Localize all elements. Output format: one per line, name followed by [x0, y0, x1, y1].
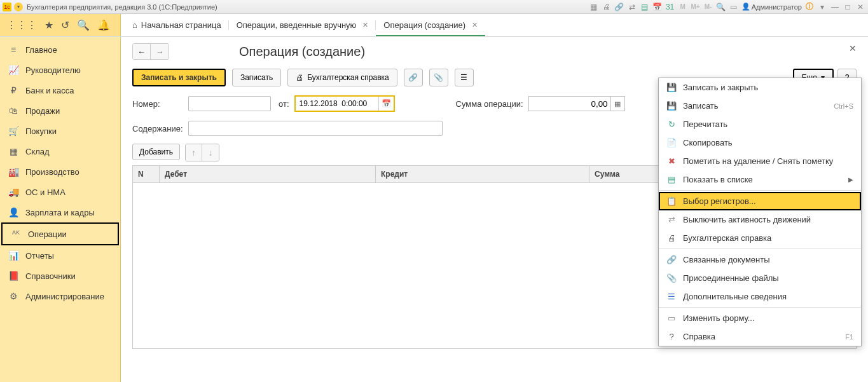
- menu-item-label: Связанные документы: [683, 255, 853, 264]
- close-page-icon[interactable]: ✕: [849, 43, 857, 53]
- sidebar-item-label: Отчеты: [25, 251, 54, 261]
- menu-item[interactable]: 💾Записать и закрыть: [659, 78, 861, 97]
- attach-button[interactable]: 📎: [429, 69, 448, 86]
- info-icon[interactable]: ⓘ: [804, 2, 815, 12]
- sidebar-item-icon: ₽: [8, 85, 19, 95]
- close-window-icon[interactable]: ✕: [855, 2, 865, 12]
- menu-item[interactable]: 💾ЗаписатьCtrl+S: [659, 97, 861, 115]
- submenu-arrow-icon: ▶: [848, 176, 853, 183]
- sidebar-item[interactable]: ₽Банк и касса: [0, 80, 120, 100]
- menu-item[interactable]: ✖Пометить на удаление / Снять пометку: [659, 152, 861, 170]
- menu-separator: [659, 307, 861, 308]
- sidebar-item[interactable]: 👤Зарплата и кадры: [0, 202, 120, 222]
- menu-item-icon: ?: [666, 332, 677, 341]
- sidebar-item-label: Продажи: [25, 106, 60, 116]
- menu-item[interactable]: ⇄Выключить активность движений: [659, 210, 861, 229]
- sidebar-item[interactable]: ▦Склад: [0, 141, 120, 161]
- report-button[interactable]: 🖨 Бухгалтерская справка: [287, 69, 397, 86]
- menu-item-hint: Ctrl+S: [834, 102, 853, 110]
- m-minus-button[interactable]: M-: [703, 2, 713, 12]
- minimize-icon[interactable]: —: [830, 2, 840, 12]
- menu-item-icon: 💾: [666, 83, 677, 92]
- sidebar-item[interactable]: ≡Главное: [0, 39, 120, 60]
- calendar-picker-icon[interactable]: 📅: [378, 97, 394, 111]
- main-toolbar: ⋮⋮⋮ ★ ↺ 🔍 🔔 ⌂Начальная страницаОперации,…: [0, 14, 868, 37]
- menu-item-label: Показать в списке: [683, 175, 842, 184]
- col-n: N: [133, 166, 160, 182]
- sidebar-item[interactable]: ⚙Администрирование: [0, 286, 120, 306]
- dropdown-icon[interactable]: ▾: [14, 3, 23, 11]
- menu-item-label: Пометить на удаление / Снять пометку: [683, 156, 853, 166]
- link-button[interactable]: 🔗: [404, 69, 423, 86]
- menu-item-label: Выбор регистров...: [683, 196, 853, 206]
- number-input[interactable]: [188, 96, 271, 111]
- maximize-icon[interactable]: □: [843, 2, 853, 12]
- menu-item[interactable]: ?СправкаF1: [659, 327, 861, 346]
- sidebar-item-label: Зарплата и кадры: [25, 208, 95, 217]
- search-icon[interactable]: 🔍: [77, 19, 90, 31]
- calendar-icon[interactable]: 📅: [652, 2, 663, 12]
- move-up-icon[interactable]: ↑: [186, 144, 202, 161]
- menu-item-label: Присоединенные файлы: [683, 273, 853, 283]
- save-button[interactable]: Записать: [232, 69, 281, 86]
- m-button[interactable]: M: [678, 2, 688, 12]
- menu-item[interactable]: ↻Перечитать: [659, 115, 861, 133]
- sum-input[interactable]: [528, 96, 611, 111]
- main-content: ← → Операция (создание) ✕ Записать и зак…: [121, 37, 868, 382]
- compare-icon[interactable]: ⇄: [627, 2, 637, 12]
- sidebar-item[interactable]: 🏭Производство: [0, 161, 120, 182]
- sidebar-item[interactable]: 📊Отчеты: [0, 245, 120, 266]
- apps-icon[interactable]: ⋮⋮⋮: [6, 19, 37, 31]
- tab-close-icon[interactable]: ✕: [362, 21, 368, 29]
- calc-button-icon[interactable]: ▦: [611, 96, 625, 111]
- menu-item[interactable]: 📄Скопировать: [659, 133, 861, 152]
- calc-icon[interactable]: ▤: [640, 2, 650, 12]
- add-button[interactable]: Добавить: [132, 144, 180, 160]
- menu-item-icon: 📋: [666, 196, 677, 206]
- menu-item[interactable]: 📋Выбор регистров...: [659, 192, 861, 210]
- sidebar-item-icon: 📈: [8, 65, 19, 75]
- menu-item-icon: 📎: [666, 273, 677, 283]
- date-icon[interactable]: 31: [665, 2, 675, 12]
- date-input[interactable]: [296, 97, 378, 111]
- link-icon[interactable]: 🔗: [614, 2, 624, 12]
- m-plus-button[interactable]: M+: [691, 2, 701, 12]
- move-down-icon[interactable]: ↓: [202, 144, 219, 161]
- sidebar-item[interactable]: 📈Руководителю: [0, 60, 120, 80]
- menu-item[interactable]: ▤Показать в списке▶: [659, 170, 861, 189]
- sidebar-item[interactable]: ᴬᴷОперации: [1, 222, 119, 245]
- menu-item[interactable]: ☰Дополнительные сведения: [659, 287, 861, 306]
- dropdown-small-icon[interactable]: ▾: [817, 2, 827, 12]
- back-button[interactable]: ←: [133, 44, 151, 59]
- sidebar-item[interactable]: 🚚ОС и НМА: [0, 182, 120, 202]
- sidebar-item[interactable]: 🛍Продажи: [0, 100, 120, 121]
- tab[interactable]: ⌂Начальная страница: [125, 15, 229, 36]
- menu-item-label: Выключить активность движений: [683, 215, 853, 224]
- list-button[interactable]: ☰: [455, 69, 474, 86]
- save-close-button[interactable]: Записать и закрыть: [132, 69, 226, 86]
- tab-close-icon[interactable]: ✕: [472, 21, 478, 29]
- menu-item-label: Дополнительные сведения: [683, 292, 853, 301]
- tabs: ⌂Начальная страницаОперации, введенные в…: [121, 14, 868, 36]
- forward-button[interactable]: →: [151, 44, 169, 59]
- toolbar-icon[interactable]: ▦: [589, 2, 599, 12]
- bell-icon[interactable]: 🔔: [97, 19, 110, 31]
- sidebar-item-icon: ᴬᴷ: [10, 229, 22, 239]
- sidebar-item[interactable]: 🛒Покупки: [0, 121, 120, 141]
- tab[interactable]: Операция (создание)✕: [376, 15, 485, 36]
- zoom-icon[interactable]: 🔍: [716, 2, 726, 12]
- tab[interactable]: Операции, введенные вручную✕: [229, 15, 376, 36]
- menu-item[interactable]: 🔗Связанные документы: [659, 250, 861, 269]
- history-icon[interactable]: ↺: [61, 19, 69, 31]
- menu-item[interactable]: 🖨Бухгалтерская справка: [659, 229, 861, 247]
- menu-item[interactable]: ▭Изменить форму...: [659, 309, 861, 327]
- window-icon[interactable]: ▭: [729, 2, 739, 12]
- content-input[interactable]: [188, 121, 443, 136]
- tab-label: Операции, введенные вручную: [237, 20, 357, 30]
- menu-item[interactable]: 📎Присоединенные файлы: [659, 269, 861, 287]
- star-icon[interactable]: ★: [45, 19, 53, 31]
- user-label[interactable]: 👤 Администратор: [741, 3, 802, 11]
- sidebar-item[interactable]: 📕Справочники: [0, 266, 120, 286]
- print-icon[interactable]: 🖨: [602, 2, 612, 12]
- sidebar-item-icon: 📕: [8, 271, 19, 281]
